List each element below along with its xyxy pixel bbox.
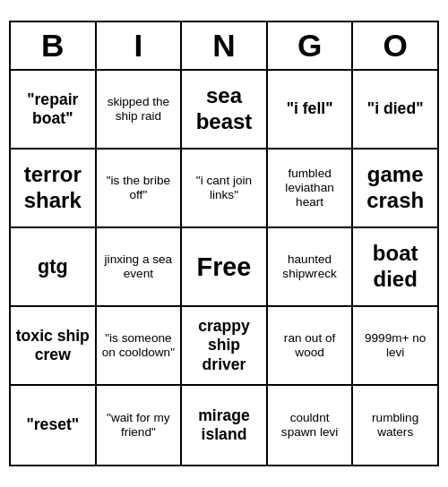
header-letter-b: B: [11, 22, 97, 71]
bingo-row-1: terror shark"is the bribe off""i cant jo…: [11, 150, 437, 228]
bingo-cell-r0-c4: "i died": [353, 71, 437, 150]
bingo-cell-r2-c1: jinxing a sea event: [97, 228, 183, 307]
bingo-cell-r1-c4: game crash: [353, 150, 437, 228]
bingo-row-3: toxic ship crew"is someone on cooldown"c…: [11, 307, 437, 386]
header-letter-o: O: [353, 22, 437, 71]
bingo-cell-r0-c0: "repair boat": [11, 71, 97, 150]
bingo-cell-r2-c4: boat died: [353, 228, 437, 307]
bingo-cell-r1-c1: "is the bribe off": [97, 150, 183, 228]
bingo-cell-r0-c1: skipped the ship raid: [97, 71, 183, 150]
bingo-card: BINGO "repair boat"skipped the ship raid…: [9, 21, 439, 466]
bingo-cell-r1-c0: terror shark: [11, 150, 97, 228]
bingo-cell-r2-c3: haunted shipwreck: [268, 228, 354, 307]
bingo-row-0: "repair boat"skipped the ship raidsea be…: [11, 71, 437, 150]
bingo-cell-r3-c4: 9999m+ no levi: [353, 307, 437, 386]
bingo-cell-r2-c2: Free: [182, 228, 268, 307]
header-letter-i: I: [97, 22, 183, 71]
bingo-cell-r4-c1: "wait for my friend": [97, 386, 183, 465]
bingo-cell-r1-c3: fumbled leviathan heart: [268, 150, 354, 228]
bingo-cell-r3-c2: crappy ship driver: [182, 307, 268, 386]
bingo-cell-r1-c2: "i cant join links": [182, 150, 268, 228]
bingo-grid: "repair boat"skipped the ship raidsea be…: [11, 71, 437, 465]
bingo-cell-r0-c2: sea beast: [182, 71, 268, 150]
bingo-cell-r3-c1: "is someone on cooldown": [97, 307, 183, 386]
bingo-cell-r2-c0: gtg: [11, 228, 97, 307]
header-letter-n: N: [182, 22, 268, 71]
bingo-cell-r3-c0: toxic ship crew: [11, 307, 97, 386]
bingo-row-4: "reset""wait for my friend"mirage island…: [11, 386, 437, 465]
bingo-cell-r4-c4: rumbling waters: [353, 386, 437, 465]
bingo-cell-r4-c2: mirage island: [182, 386, 268, 465]
bingo-cell-r4-c3: couldnt spawn levi: [268, 386, 354, 465]
bingo-cell-r4-c0: "reset": [11, 386, 97, 465]
bingo-header: BINGO: [11, 22, 437, 71]
bingo-cell-r0-c3: "i fell": [268, 71, 354, 150]
bingo-row-2: gtgjinxing a sea eventFreehaunted shipwr…: [11, 228, 437, 307]
bingo-cell-r3-c3: ran out of wood: [268, 307, 354, 386]
header-letter-g: G: [268, 22, 354, 71]
